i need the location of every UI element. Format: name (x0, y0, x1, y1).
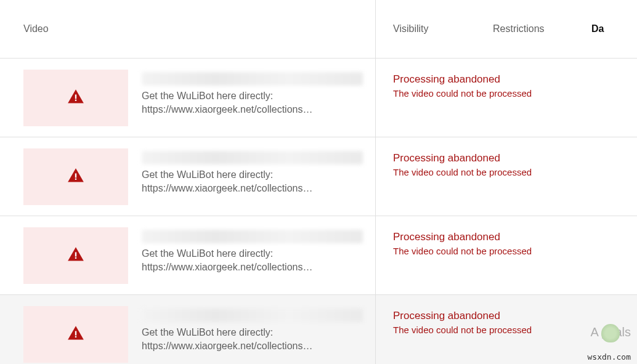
video-meta: Get the WuLiBot here directly: https://w… (142, 148, 363, 216)
svg-rect-7 (75, 336, 76, 338)
svg-rect-5 (75, 257, 76, 259)
header-label-visibility: Visibility (393, 23, 429, 34)
video-description: Get the WuLiBot here directly: https://w… (142, 326, 363, 354)
video-description: Get the WuLiBot here directly: https://w… (142, 89, 363, 117)
header-label-video: Video (23, 23, 49, 34)
video-description: Get the WuLiBot here directly: https://w… (142, 247, 363, 275)
svg-rect-6 (75, 331, 76, 336)
status-subtitle: The video could not be processed (393, 88, 625, 99)
video-title-blurred (142, 72, 363, 86)
status-cell: Processing abandoned The video could not… (376, 137, 637, 216)
video-meta: Get the WuLiBot here directly: https://w… (142, 306, 363, 364)
status-subtitle: The video could not be processed (393, 246, 625, 256)
video-title-blurred (142, 230, 363, 243)
header-label-date: Da (591, 23, 604, 34)
video-thumbnail[interactable] (23, 227, 128, 284)
video-cell: Get the WuLiBot here directly: https://w… (0, 59, 376, 137)
svg-rect-2 (75, 174, 76, 178)
status-subtitle: The video could not be processed (393, 167, 625, 177)
table-row[interactable]: Get the WuLiBot here directly: https://w… (0, 295, 637, 364)
table-row[interactable]: Get the WuLiBot here directly: https://w… (0, 137, 637, 216)
warning-icon (66, 88, 86, 108)
warning-icon (66, 325, 86, 344)
video-cell: Get the WuLiBot here directly: https://w… (0, 295, 376, 364)
table-row[interactable]: Get the WuLiBot here directly: https://w… (0, 59, 637, 137)
warning-icon (66, 167, 86, 187)
video-table: Video Visibility Restrictions Da Get the… (0, 0, 637, 364)
watermark-logo: A puals (590, 325, 631, 339)
video-cell: Get the WuLiBot here directly: https://w… (0, 216, 376, 294)
video-thumbnail[interactable] (23, 70, 128, 126)
column-header-video[interactable]: Video (0, 0, 376, 58)
header-label-restrictions: Restrictions (493, 23, 545, 34)
table-header-row: Video Visibility Restrictions Da (0, 0, 637, 59)
svg-rect-1 (75, 100, 76, 101)
footer-credit: wsxdn.com (588, 352, 631, 362)
video-thumbnail[interactable] (23, 306, 128, 363)
video-meta: Get the WuLiBot here directly: https://w… (142, 70, 363, 137)
video-meta: Get the WuLiBot here directly: https://w… (142, 227, 363, 294)
status-title: Processing abandoned (393, 310, 625, 322)
table-row[interactable]: Get the WuLiBot here directly: https://w… (0, 216, 637, 295)
column-header-date[interactable]: Da (585, 0, 637, 58)
warning-icon (66, 246, 86, 265)
svg-rect-3 (75, 179, 76, 180)
video-title-blurred (142, 151, 363, 164)
column-header-visibility[interactable]: Visibility (376, 0, 487, 58)
svg-rect-4 (75, 253, 76, 257)
status-cell: Processing abandoned The video could not… (376, 59, 637, 137)
video-title-blurred (142, 309, 363, 322)
status-title: Processing abandoned (393, 152, 625, 164)
status-title: Processing abandoned (393, 73, 625, 86)
video-description: Get the WuLiBot here directly: https://w… (142, 168, 363, 196)
status-title: Processing abandoned (393, 231, 625, 243)
status-cell: Processing abandoned The video could not… (376, 216, 637, 294)
svg-rect-0 (75, 95, 76, 99)
video-thumbnail[interactable] (23, 148, 128, 205)
video-cell: Get the WuLiBot here directly: https://w… (0, 137, 376, 216)
column-header-restrictions[interactable]: Restrictions (487, 0, 585, 58)
bug-icon (601, 324, 620, 342)
